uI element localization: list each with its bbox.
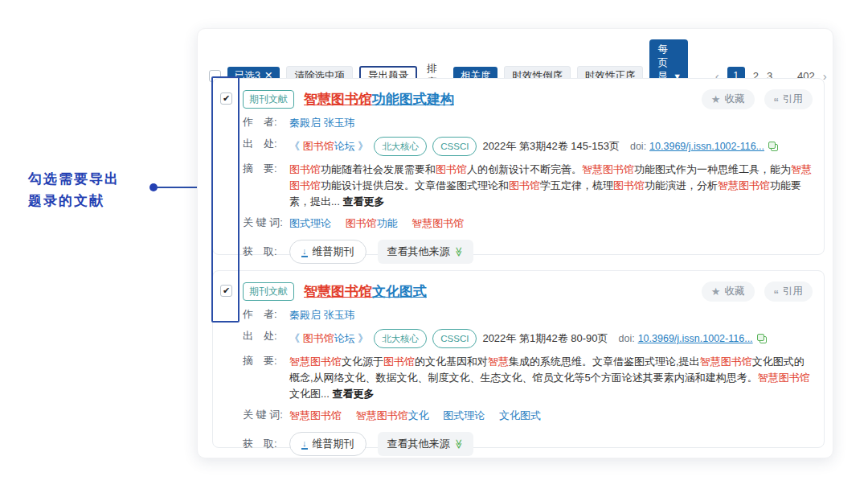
result-2-header: 期刊文献 智慧图书馆文化图式 ★ 收藏 “ 引用 [243, 281, 813, 302]
vip-journal-download-button[interactable]: ↓ 维普期刊 [289, 432, 366, 456]
keyword-link[interactable]: 图式理论 [443, 409, 485, 421]
keyword-link[interactable]: 智慧图书馆 [411, 217, 464, 229]
doi-label: doi: [630, 138, 646, 154]
journal-link[interactable]: 《 图书馆论坛 》 [289, 138, 368, 154]
vip-journal-label: 维普期刊 [313, 436, 354, 452]
other-sources-label: 查看其他来源 [387, 244, 450, 260]
quote-icon: “ [774, 99, 780, 105]
annotation-text: 勾选需要导出 题录的文献 [28, 168, 120, 212]
doc-type-tag: 期刊文献 [243, 90, 294, 109]
vip-journal-download-button[interactable]: ↓ 维普期刊 [289, 240, 366, 264]
page: 勾选需要导出 题录的文献 已选3 ✕ 清除选中项 导出题录 排序： 相关度 时效… [0, 0, 868, 489]
cite-button[interactable]: “ 引用 [764, 281, 813, 302]
keywords-label: 关 键 词: [243, 216, 289, 230]
cssci-badge: CSSCI [432, 137, 477, 156]
vip-journal-label: 维普期刊 [313, 244, 354, 260]
abstract-text: 图书馆功能随着社会发展需要和图书馆人的创新设计不断完善。智慧图书馆功能图式作为一… [289, 162, 813, 210]
abstract-row: 摘 要: 智慧图书馆文化源于图书馆的文化基因和对智慧集成的系统思维。文章借鉴图式… [243, 354, 813, 402]
favorite-button[interactable]: ★ 收藏 [702, 89, 755, 109]
favorite-label: 收藏 [725, 285, 745, 298]
annotation-line-1: 勾选需要导出 [28, 168, 120, 190]
download-icon: ↓ [301, 439, 308, 450]
access-row: 获 取: ↓ 维普期刊 查看其他来源 ≫ [243, 432, 813, 456]
view-more-link[interactable]: 查看更多 [342, 195, 384, 208]
double-chevron-down-icon: ≫ [451, 247, 467, 257]
favorite-button[interactable]: ★ 收藏 [702, 281, 755, 302]
abstract-row: 摘 要: 图书馆功能随着社会发展需要和图书馆人的创新设计不断完善。智慧图书馆功能… [243, 162, 813, 210]
double-chevron-down-icon: ≫ [451, 439, 467, 450]
keywords-row: 关 键 词: 图式理论 图书馆功能 智慧图书馆 [243, 216, 813, 232]
cite-button[interactable]: “ 引用 [764, 89, 813, 109]
cite-label: 引用 [783, 285, 803, 298]
author-label: 作 者: [243, 115, 289, 129]
cite-label: 引用 [783, 92, 803, 106]
result-1-header: 期刊文献 智慧图书馆功能图式建构 ★ 收藏 “ 引用 [243, 89, 813, 109]
publication-info: 2022年 第3期42卷 145-153页 [482, 138, 620, 154]
star-icon: ★ [711, 286, 721, 298]
result-1-checkbox[interactable]: ✔ [220, 92, 232, 105]
keyword-link[interactable]: 图书馆功能 [346, 217, 398, 229]
access-row: 获 取: ↓ 维普期刊 查看其他来源 ≫ [243, 240, 813, 264]
quote-icon: “ [774, 291, 780, 298]
other-sources-label: 查看其他来源 [387, 436, 450, 452]
source-row: 出 处: 《 图书馆论坛 》 北大核心 CSSCI 2022年 第1期42卷 8… [243, 329, 813, 348]
doi-link[interactable]: 10.3969/j.issn.1002-116... [649, 138, 764, 154]
result-card-2: ✔ 期刊文献 智慧图书馆文化图式 ★ 收藏 “ 引用 作 者: 秦殿启 张玉玮 [212, 270, 825, 448]
other-sources-button[interactable]: 查看其他来源 ≫ [378, 432, 474, 456]
keyword-link[interactable]: 智慧图书馆 [289, 409, 342, 421]
keyword-link[interactable]: 文化图式 [499, 409, 541, 421]
author-row: 作 者: 秦殿启 张玉玮 [243, 307, 813, 323]
copy-icon[interactable] [756, 333, 768, 344]
doc-type-tag: 期刊文献 [243, 282, 294, 301]
author-links[interactable]: 秦殿启 张玉玮 [289, 307, 813, 323]
annotation-line-2: 题录的文献 [28, 190, 120, 212]
results-panel: 已选3 ✕ 清除选中项 导出题录 排序： 相关度 时效性倒序 时效性正序 每页显… [197, 28, 833, 458]
doi-label: doi: [619, 331, 635, 347]
author-links[interactable]: 秦殿启 张玉玮 [289, 115, 813, 131]
source-label: 出 处: [243, 329, 289, 343]
author-label: 作 者: [243, 307, 289, 322]
core-badge: 北大核心 [374, 329, 427, 348]
publication-info: 2022年 第1期42卷 80-90页 [482, 331, 608, 347]
copy-icon[interactable] [768, 141, 779, 152]
result-card-1: ✔ 期刊文献 智慧图书馆功能图式建构 ★ 收藏 “ 引用 作 者: 秦殿启 张玉… [212, 78, 825, 255]
other-sources-button[interactable]: 查看其他来源 ≫ [378, 240, 474, 264]
source-row: 出 处: 《 图书馆论坛 》 北大核心 CSSCI 2022年 第3期42卷 1… [243, 137, 813, 156]
star-icon: ★ [711, 93, 721, 105]
access-label: 获 取: [243, 437, 289, 451]
cssci-badge: CSSCI [432, 329, 477, 348]
result-2-checkbox[interactable]: ✔ [220, 285, 232, 297]
abstract-text: 智慧图书馆文化源于图书馆的文化基因和对智慧集成的系统思维。文章借鉴图式理论,提出… [289, 354, 813, 402]
author-row: 作 者: 秦殿启 张玉玮 [243, 115, 813, 131]
abstract-label: 摘 要: [243, 162, 289, 176]
keyword-link[interactable]: 智慧图书馆文化 [356, 409, 429, 421]
journal-link[interactable]: 《 图书馆论坛 》 [289, 331, 368, 347]
abstract-label: 摘 要: [243, 354, 289, 368]
keyword-link[interactable]: 图式理论 [289, 217, 331, 229]
view-more-link[interactable]: 查看更多 [332, 388, 374, 400]
access-label: 获 取: [243, 244, 289, 259]
keywords-label: 关 键 词: [243, 408, 289, 422]
keywords-row: 关 键 词: 智慧图书馆 智慧图书馆文化 图式理论 文化图式 [243, 408, 813, 424]
doi-link[interactable]: 10.3969/j.issn.1002-116... [638, 331, 753, 347]
download-icon: ↓ [301, 247, 308, 257]
result-2-title-link[interactable]: 智慧图书馆文化图式 [304, 282, 427, 301]
core-badge: 北大核心 [374, 137, 427, 156]
result-1-title-link[interactable]: 智慧图书馆功能图式建构 [304, 90, 454, 109]
favorite-label: 收藏 [725, 92, 745, 106]
source-label: 出 处: [243, 137, 289, 151]
